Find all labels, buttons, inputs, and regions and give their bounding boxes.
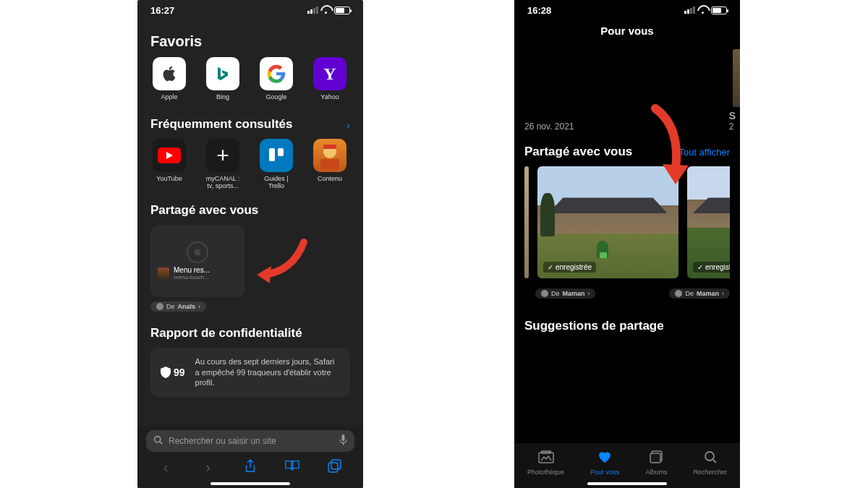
- tab-for-you[interactable]: Pour vous: [590, 450, 620, 476]
- from-contact-pill[interactable]: De Maman ›: [535, 288, 596, 299]
- memory-next-date: S 2: [729, 110, 736, 132]
- from-row: De Maman › De Maman ›: [524, 284, 730, 299]
- shared-photos-row[interactable]: ✓ enregistrée ✓ enregistrée: [524, 166, 730, 278]
- tab-library[interactable]: Photothèque: [527, 450, 564, 476]
- safari-start-screen: 16:27 Favoris Apple Bing: [137, 0, 363, 488]
- wifi-icon: [321, 7, 331, 14]
- search-icon: [153, 435, 163, 447]
- link-thumbnail: [158, 267, 169, 279]
- library-icon: [538, 450, 554, 467]
- chevron-right-icon: ›: [722, 290, 724, 297]
- check-icon: ✓: [697, 263, 703, 271]
- status-bar: 16:28: [514, 0, 740, 20]
- shared-link-card[interactable]: Menu res... menu-touch...: [150, 225, 244, 297]
- check-icon: ✓: [548, 263, 553, 271]
- favorites-row: Apple Bing Google Y Yahoo: [150, 57, 350, 101]
- apple-icon: [153, 57, 186, 90]
- privacy-title: Rapport de confidentialité: [150, 326, 350, 341]
- svg-rect-10: [331, 460, 341, 469]
- svg-rect-4: [323, 145, 336, 149]
- from-contact-pill[interactable]: De Maman ›: [669, 288, 730, 299]
- safari-content: Favoris Apple Bing Google Y: [137, 20, 363, 397]
- safari-toolbar: ‹ ›: [137, 456, 363, 477]
- chevron-right-icon: ›: [198, 303, 200, 310]
- bing-icon: [206, 57, 239, 90]
- frequent-youtube[interactable]: YouTube: [150, 139, 188, 190]
- chevron-right-icon: ›: [587, 290, 590, 297]
- saved-badge: ✓ enregistrée: [693, 262, 730, 273]
- mic-icon[interactable]: [339, 435, 347, 448]
- status-indicators: [684, 7, 727, 14]
- status-indicators: [307, 7, 350, 14]
- shared-link-info: Menu res... menu-touch...: [158, 266, 237, 281]
- suggestions-title: Suggestions de partage: [514, 299, 740, 348]
- trello-icon: [260, 139, 293, 172]
- frequent-chevron-icon[interactable]: ›: [346, 119, 350, 131]
- avatar-icon: [156, 303, 163, 310]
- battery-icon: [711, 7, 727, 14]
- tabs-button[interactable]: [324, 459, 346, 477]
- tab-albums[interactable]: Albums: [646, 450, 668, 476]
- favorite-bing[interactable]: Bing: [204, 57, 242, 101]
- google-icon: [260, 57, 293, 90]
- cellular-icon: [307, 7, 318, 14]
- shared-section: Partagé avec vous Tout afficher ✓ enregi…: [514, 134, 740, 299]
- memory-date: 26 nov. 2021: [524, 121, 574, 132]
- favorites-title: Favoris: [150, 33, 350, 50]
- frequent-row: YouTube + myCANAL : tv, sports... Guides…: [150, 139, 350, 190]
- avatar-icon: [541, 290, 548, 297]
- memory-next-peek: [733, 49, 740, 107]
- svg-rect-8: [342, 435, 345, 441]
- forward-button[interactable]: ›: [197, 459, 219, 477]
- search-placeholder: Rechercher ou saisir un site: [169, 436, 333, 446]
- clock: 16:27: [150, 5, 174, 16]
- svg-rect-1: [269, 148, 275, 161]
- bookmarks-button[interactable]: [281, 459, 303, 477]
- frequent-title: Fréquemment consultés: [150, 117, 293, 132]
- svg-rect-9: [328, 463, 338, 472]
- svg-line-7: [160, 442, 162, 444]
- photo-prev-peek: [524, 166, 529, 278]
- battery-icon: [334, 7, 350, 14]
- wifi-icon: [698, 7, 708, 14]
- photos-for-you-screen: 16:28 Pour vous 26 nov. 2021 S 2 Partagé…: [514, 0, 740, 488]
- for-you-icon: [597, 450, 612, 467]
- privacy-card[interactable]: 99 Au cours des sept derniers jours, Saf…: [150, 348, 350, 398]
- show-all-button[interactable]: Tout afficher: [678, 147, 730, 158]
- share-button[interactable]: [239, 459, 261, 477]
- svg-line-16: [713, 460, 716, 463]
- favorite-google[interactable]: Google: [258, 57, 295, 101]
- svg-point-15: [705, 452, 714, 461]
- svg-rect-11: [539, 453, 553, 463]
- youtube-icon: [153, 139, 186, 172]
- back-button[interactable]: ‹: [155, 459, 176, 477]
- shared-photo-2[interactable]: ✓ enregistrée: [687, 166, 730, 278]
- favorite-apple[interactable]: Apple: [150, 57, 188, 101]
- page-title: Pour vous: [514, 20, 740, 40]
- compass-icon: [187, 241, 208, 263]
- home-indicator[interactable]: [210, 482, 290, 485]
- svg-rect-2: [278, 148, 284, 156]
- frequent-content[interactable]: Contenu: [311, 139, 349, 190]
- frequent-mycanal[interactable]: + myCANAL : tv, sports...: [204, 139, 242, 190]
- yahoo-icon: Y: [313, 57, 346, 90]
- address-search-bar[interactable]: Rechercher ou saisir un site: [146, 430, 354, 452]
- albums-icon: [650, 450, 664, 467]
- frequent-trello[interactable]: Guides | Trello: [258, 139, 295, 190]
- svg-rect-14: [650, 453, 660, 463]
- photos-tabbar: Photothèque Pour vous Albums Rechercher: [514, 443, 740, 488]
- from-contact-pill[interactable]: De Anaïs ›: [150, 301, 206, 312]
- shield-icon: 99: [161, 367, 185, 378]
- plus-icon: +: [206, 139, 239, 172]
- favorite-yahoo[interactable]: Y Yahoo: [311, 57, 349, 101]
- home-indicator[interactable]: [587, 482, 667, 485]
- tab-search[interactable]: Rechercher: [693, 450, 727, 476]
- memory-card[interactable]: 26 nov. 2021 S 2: [514, 40, 740, 134]
- cellular-icon: [684, 7, 695, 14]
- safari-bottombar: Rechercher ou saisir un site ‹ ›: [137, 426, 363, 488]
- status-bar: 16:27: [137, 0, 363, 20]
- shared-title: Partagé avec vous: [524, 145, 632, 159]
- shared-photo-1[interactable]: ✓ enregistrée: [537, 166, 678, 278]
- avatar-icon: [675, 290, 682, 297]
- shared-title: Partagé avec vous: [150, 203, 350, 218]
